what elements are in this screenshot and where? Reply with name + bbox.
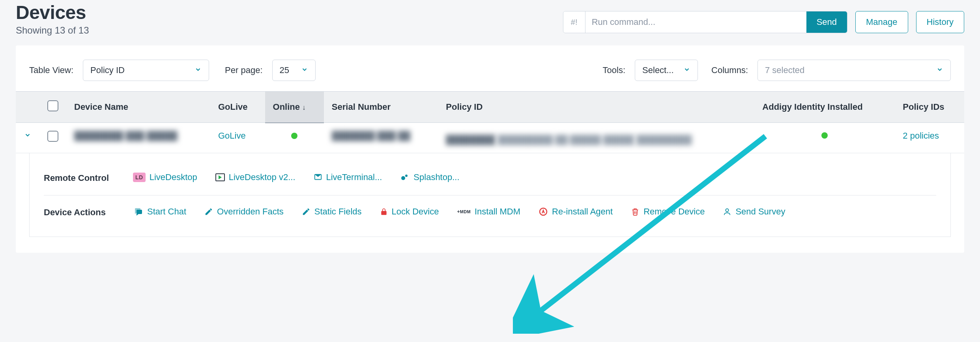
tools-select[interactable]: Select... [635, 60, 698, 81]
svg-point-1 [401, 176, 405, 180]
reinstall-agent-label: Re-install Agent [552, 207, 613, 217]
install-mdm-label: Install MDM [475, 207, 520, 217]
liveterminal-label: LiveTerminal... [326, 172, 382, 182]
remove-device-label: Remove Device [643, 207, 705, 217]
send-survey-label: Send Survey [735, 207, 785, 217]
start-chat-label: Start Chat [147, 207, 186, 217]
page-subtitle: Showing 13 of 13 [16, 25, 89, 36]
col-golive[interactable]: GoLive [210, 92, 265, 123]
user-icon [723, 207, 731, 216]
per-page-select[interactable]: 25 [272, 60, 316, 81]
col-policy-ids[interactable]: Policy IDs [895, 92, 964, 123]
policy-id-detail: █████████ ██ █████ █████ [497, 135, 634, 145]
livedesktop-v2-action[interactable]: LiveDesktop v2... [215, 172, 295, 182]
policy-ids-link[interactable]: 2 policies [903, 131, 939, 141]
col-device-name[interactable]: Device Name [66, 92, 210, 123]
splashtop-action[interactable]: Splashtop... [400, 172, 459, 182]
livedesktop-icon: LD [133, 173, 146, 182]
svg-point-2 [405, 175, 408, 177]
lock-icon [380, 207, 388, 216]
table-view-select[interactable]: Policy ID [83, 60, 209, 81]
golive-link[interactable]: GoLive [218, 131, 246, 141]
devices-table: Device Name GoLive Online↓ Serial Number… [16, 91, 964, 153]
columns-select[interactable]: 7 selected [757, 60, 951, 81]
reinstall-agent-action[interactable]: Re-install Agent [539, 207, 613, 217]
pencil-icon [302, 207, 310, 216]
remove-device-action[interactable]: Remove Device [631, 207, 705, 217]
install-mdm-action[interactable]: MDM Install MDM [457, 207, 520, 217]
reinstall-icon [539, 207, 548, 216]
chevron-down-icon [301, 65, 308, 75]
chevron-down-icon [195, 65, 202, 75]
liveterminal-action[interactable]: LiveTerminal... [314, 172, 382, 182]
splashtop-label: Splashtop... [413, 172, 459, 182]
identity-installed-dot [821, 132, 828, 139]
chevron-down-icon [936, 65, 943, 75]
overridden-facts-action[interactable]: Overridden Facts [204, 207, 284, 217]
policy-id-link[interactable]: ████████ [446, 135, 495, 145]
send-survey-action[interactable]: Send Survey [723, 207, 785, 217]
policy-id-detail: █████████ [636, 135, 692, 145]
select-all-checkbox[interactable] [47, 100, 58, 111]
command-bar: #! Send [563, 11, 847, 33]
static-fields-label: Static Fields [314, 207, 362, 217]
table-row: ████████ ███ █████ GoLive ███████ ███ ██… [16, 123, 964, 153]
livedesktop-label: LiveDesktop [150, 172, 197, 182]
splashtop-icon [400, 173, 410, 182]
table-view-value: Policy ID [90, 65, 125, 75]
col-online-label: Online [273, 102, 300, 112]
columns-value: 7 selected [765, 65, 804, 75]
manage-button[interactable]: Manage [855, 11, 908, 33]
col-addigy-identity[interactable]: Addigy Identity Installed [754, 92, 895, 123]
play-icon [215, 173, 225, 181]
table-view-label: Table View: [29, 65, 73, 75]
lock-device-label: Lock Device [392, 207, 439, 217]
history-button[interactable]: History [916, 11, 964, 33]
col-policy-id[interactable]: Policy ID [438, 92, 754, 123]
trash-icon [631, 207, 640, 216]
mdm-icon: MDM [457, 209, 470, 214]
static-fields-action[interactable]: Static Fields [302, 207, 362, 217]
expand-row-toggle[interactable] [24, 131, 31, 141]
columns-label: Columns: [711, 65, 748, 75]
per-page-value: 25 [280, 65, 289, 75]
sort-desc-icon: ↓ [302, 103, 306, 111]
pencil-icon [204, 207, 213, 216]
tools-value: Select... [642, 65, 673, 75]
row-checkbox[interactable] [47, 131, 58, 142]
col-serial[interactable]: Serial Number [324, 92, 438, 123]
start-chat-action[interactable]: Start Chat [133, 207, 186, 217]
tools-label: Tools: [603, 65, 625, 75]
command-input[interactable] [585, 11, 806, 33]
livedesktop-v2-label: LiveDesktop v2... [229, 172, 295, 182]
online-status-dot [291, 133, 297, 139]
svg-point-4 [726, 209, 729, 212]
command-prefix: #! [563, 11, 585, 33]
col-online[interactable]: Online↓ [265, 92, 324, 123]
chat-icon [133, 207, 143, 216]
row-expansion-panel: Remote Control LD LiveDesktop LiveDeskto… [29, 153, 951, 237]
device-name-link[interactable]: ████████ ███ █████ [74, 131, 178, 141]
serial-number: ███████ ███ ██ [332, 131, 410, 141]
per-page-label: Per page: [225, 65, 262, 75]
remote-control-label: Remote Control [44, 172, 119, 183]
send-button[interactable]: Send [806, 11, 847, 33]
device-actions-label: Device Actions [44, 207, 119, 218]
terminal-icon [314, 173, 322, 182]
lock-device-action[interactable]: Lock Device [380, 207, 439, 217]
overridden-facts-label: Overridden Facts [217, 207, 284, 217]
livedesktop-action[interactable]: LD LiveDesktop [133, 172, 197, 182]
page-title: Devices [16, 2, 89, 23]
chevron-down-icon [683, 65, 690, 75]
